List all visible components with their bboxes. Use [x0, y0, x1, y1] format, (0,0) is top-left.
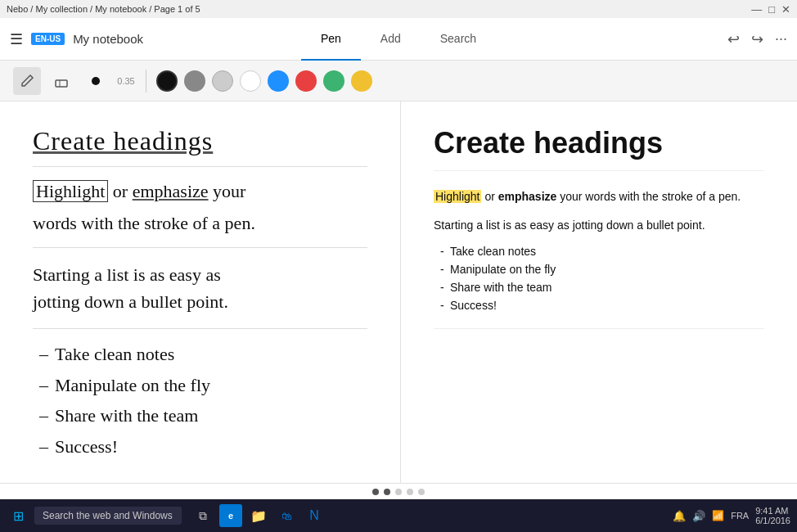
taskbar-right: 🔔 🔊 📶 FRA 9:41 AM 6/1/2016 — [673, 506, 790, 525]
hw-divider-1 — [33, 166, 367, 167]
hw-your-text: your — [213, 181, 245, 201]
pen-size-label: 0.35 — [116, 76, 136, 86]
windows-start-button[interactable]: ⊞ — [7, 504, 29, 527]
scroll-dot-5[interactable] — [418, 489, 425, 495]
color-red[interactable] — [295, 70, 317, 92]
rendered-list-item-4: Success! — [440, 299, 764, 312]
color-green[interactable] — [323, 70, 344, 92]
color-light-gray[interactable] — [212, 70, 233, 92]
rendered-intro: Starting a list is as easy as jotting do… — [434, 219, 764, 232]
taskbar-time: 9:41 AM — [755, 506, 790, 516]
taskbar-network-icon[interactable]: 📶 — [712, 510, 724, 521]
taskbar-clock: 9:41 AM 6/1/2016 — [755, 506, 790, 525]
tab-add[interactable]: Add — [361, 18, 421, 61]
taskbar-volume-icon[interactable]: 🔊 — [692, 510, 705, 522]
window-controls[interactable]: — □ ✕ — [751, 3, 790, 16]
tab-pen[interactable]: Pen — [301, 18, 361, 61]
menu-right: ↩ ↪ ··· — [496, 30, 787, 48]
taskbar-explorer-icon[interactable]: 📁 — [247, 504, 270, 527]
menu-left: ☰ EN-US My notebook — [10, 30, 301, 48]
menu-bar: ☰ EN-US My notebook Pen Add Search ↩ ↪ ·… — [0, 18, 797, 61]
breadcrumb: Nebo / My collection / My notebook / Pag… — [7, 4, 200, 14]
color-gray[interactable] — [184, 70, 205, 92]
rendered-highlight-text: Highlight — [434, 190, 481, 203]
rendered-emphasize-text: emphasize — [498, 190, 557, 203]
taskbar-language: FRA — [731, 511, 749, 521]
notebook-title: My notebook — [73, 32, 143, 46]
scroll-dot-1[interactable] — [372, 489, 379, 495]
rendered-heading: Create headings — [434, 126, 764, 171]
language-badge: EN-US — [31, 33, 65, 45]
hw-emphasize-text: emphasize — [133, 181, 209, 201]
minimize-button[interactable]: — — [751, 3, 762, 16]
scroll-indicator — [0, 483, 797, 499]
taskbar-search[interactable]: Search the web and Windows — [34, 507, 182, 525]
rendered-list-item-3: Share with the team — [440, 281, 764, 294]
toolbar: 0.35 — [0, 61, 797, 101]
hw-divider-2 — [33, 247, 367, 248]
rendered-list-item-1: Take clean notes — [440, 245, 764, 258]
hw-paragraph: Starting a list is as easy asjotting dow… — [33, 261, 367, 315]
pen-size-indicator — [82, 67, 110, 95]
rendered-panel: Create headings Highlight or emphasize y… — [401, 101, 797, 483]
taskbar-nebo-icon[interactable]: N — [303, 504, 326, 527]
eraser-icon — [54, 74, 69, 88]
pen-icon — [20, 74, 34, 88]
hw-divider-3 — [33, 328, 367, 329]
eraser-tool-button[interactable] — [47, 67, 75, 95]
svg-rect-0 — [56, 80, 67, 87]
more-button[interactable]: ··· — [775, 30, 787, 47]
rendered-list: Take clean notes Manipulate on the fly S… — [434, 245, 764, 312]
hw-list: –Take clean notes –Manipulate on the fly… — [33, 339, 367, 462]
rendered-list-item-2: Manipulate on the fly — [440, 263, 764, 276]
hw-list-item-2: –Manipulate on the fly — [39, 370, 367, 400]
rendered-divider — [434, 328, 764, 329]
taskbar-date: 6/1/2016 — [755, 516, 790, 525]
hw-or-text: or — [113, 181, 133, 201]
taskbar-multitask-icon[interactable]: ⧉ — [191, 504, 214, 527]
pen-tool-button[interactable] — [13, 67, 41, 95]
hw-highlight-box: Highlight — [33, 180, 108, 202]
undo-button[interactable]: ↩ — [727, 30, 740, 48]
taskbar-edge-icon[interactable]: e — [219, 504, 242, 527]
taskbar-store-icon[interactable]: 🛍 — [275, 504, 298, 527]
main-content: Create headings Highlight or emphasize y… — [0, 101, 797, 483]
color-yellow[interactable] — [351, 70, 372, 92]
color-blue[interactable] — [268, 70, 289, 92]
taskbar-app-icons: ⧉ e 📁 🛍 N — [191, 504, 326, 527]
rendered-highlight-line: Highlight or emphasize your words with t… — [434, 187, 764, 205]
scroll-dot-2[interactable] — [384, 489, 390, 495]
rendered-rest-text: your words with the stroke of a pen. — [560, 190, 741, 203]
hw-heading: Create headings — [33, 126, 367, 156]
hw-list-item-1: –Take clean notes — [39, 339, 367, 369]
tab-search[interactable]: Search — [421, 18, 496, 61]
menu-tabs: Pen Add Search — [301, 18, 496, 61]
hamburger-icon[interactable]: ☰ — [10, 30, 23, 48]
hw-list-item-4: –Success! — [39, 431, 367, 462]
scroll-dot-4[interactable] — [407, 489, 413, 495]
title-bar: Nebo / My collection / My notebook / Pag… — [0, 0, 797, 18]
hw-list-item-3: –Share with the team — [39, 400, 367, 431]
color-black[interactable] — [156, 70, 178, 92]
close-button[interactable]: ✕ — [781, 3, 790, 16]
color-separator — [146, 70, 146, 92]
rendered-or-text: or — [484, 190, 498, 203]
hw-highlight-line: Highlight or emphasize your — [33, 177, 367, 205]
taskbar: ⊞ Search the web and Windows ⧉ e 📁 🛍 N 🔔… — [0, 499, 797, 532]
color-white[interactable] — [240, 70, 261, 92]
scroll-dot-3[interactable] — [395, 489, 402, 495]
taskbar-notification-icon[interactable]: 🔔 — [673, 510, 686, 522]
handwriting-panel: Create headings Highlight or emphasize y… — [0, 101, 401, 483]
maximize-button[interactable]: □ — [768, 3, 775, 16]
hw-stroke-line: words with the stroke of a pen. — [33, 209, 367, 237]
redo-button[interactable]: ↪ — [751, 30, 763, 48]
